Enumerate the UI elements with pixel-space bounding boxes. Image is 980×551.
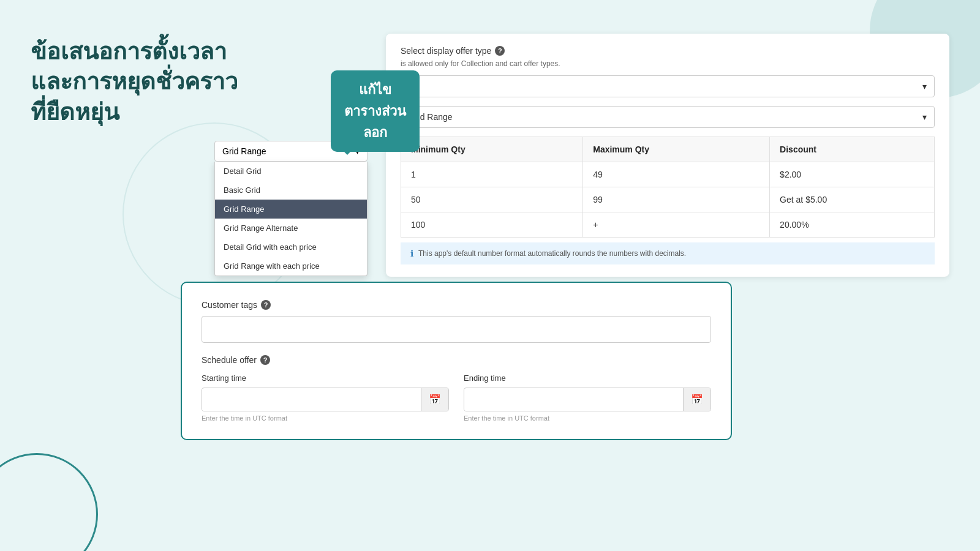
max-qty-3: + [583, 212, 770, 238]
min-qty-2: 50 [401, 187, 583, 212]
schedule-offer-label-row: Schedule offer ? [202, 355, 711, 365]
dropdown-selected-value: Grid Range [222, 146, 266, 156]
table-row: 50 99 Get at $5.00 [401, 187, 935, 212]
min-qty-1: 1 [401, 162, 583, 187]
table-row: 1 49 $2.00 [401, 162, 935, 187]
starting-time-input[interactable] [202, 389, 421, 411]
pricing-grid-table: Minimum Qty Maximum Qty Discount 1 49 $2… [401, 137, 935, 238]
bg-circle-bottom-left [0, 453, 98, 551]
grid-range-select[interactable]: Grid Range ▾ [401, 106, 935, 128]
customer-tags-label-row: Customer tags ? [202, 300, 711, 310]
info-bar: ℹ This app's default number format autom… [401, 242, 935, 264]
min-qty-3: 100 [401, 212, 583, 238]
ending-time-input[interactable] [464, 389, 683, 411]
time-fields: Starting time 📅 Enter the time in UTC fo… [202, 373, 711, 422]
col-header-min-qty: Minimum Qty [401, 137, 583, 162]
customer-tags-input[interactable] [202, 316, 711, 343]
dropdown-item-detail-grid[interactable]: Detail Grid [215, 162, 367, 181]
schedule-panel: Customer tags ? Schedule offer ? Startin… [181, 282, 732, 440]
calendar-icon: 📅 [429, 394, 441, 405]
grid-range-chevron-icon: ▾ [922, 112, 927, 122]
schedule-offer-help-icon[interactable]: ? [260, 355, 270, 365]
dropdown-item-detail-grid-each-price[interactable]: Detail Grid with each price [215, 238, 367, 257]
starting-time-hint: Enter the time in UTC format [202, 414, 449, 422]
dropdown-item-basic-grid[interactable]: Basic Grid [215, 181, 367, 200]
starting-time-input-row: 📅 [202, 388, 449, 411]
title-block: ข้อเสนอการตั้งเวลาและการหยุดชั่วคราวที่ย… [31, 37, 245, 127]
offer-type-select[interactable]: ▾ [401, 75, 935, 97]
customer-tags-label-text: Customer tags [202, 300, 257, 310]
info-bar-icon: ℹ [410, 249, 413, 258]
tooltip-bubble: แก้ไขตารางส่วนลอก [331, 70, 420, 152]
ending-time-group: Ending time 📅 Enter the time in UTC form… [464, 373, 711, 422]
offer-type-label-row: Select display offer type ? [401, 46, 935, 56]
dropdown-item-grid-range[interactable]: Grid Range [215, 200, 367, 219]
col-header-discount: Discount [770, 137, 935, 162]
offer-type-info-text: is allowed only for Collection and cart … [401, 59, 935, 68]
discount-2: Get at $5.00 [770, 187, 935, 212]
ending-time-input-row: 📅 [464, 388, 711, 411]
table-row: 100 + 20.00% [401, 212, 935, 238]
col-header-max-qty: Maximum Qty [583, 137, 770, 162]
main-panel: Select display offer type ? is allowed o… [386, 34, 949, 277]
ending-time-hint: Enter the time in UTC format [464, 414, 711, 422]
page-title: ข้อเสนอการตั้งเวลาและการหยุดชั่วคราวที่ย… [31, 37, 245, 127]
info-bar-text: This app's default number format automat… [418, 249, 686, 258]
calendar-icon: 📅 [691, 394, 703, 405]
customer-tags-help-icon[interactable]: ? [261, 300, 271, 310]
ending-time-label: Ending time [464, 373, 711, 383]
starting-time-calendar-button[interactable]: 📅 [421, 388, 448, 411]
offer-type-chevron-icon: ▾ [922, 81, 927, 91]
dropdown-menu: Detail Grid Basic Grid Grid Range Grid R… [214, 162, 368, 276]
dropdown-item-grid-range-alternate[interactable]: Grid Range Alternate [215, 219, 367, 238]
max-qty-1: 49 [583, 162, 770, 187]
starting-time-label: Starting time [202, 373, 449, 383]
offer-type-help-icon[interactable]: ? [495, 46, 505, 56]
max-qty-2: 99 [583, 187, 770, 212]
dropdown-item-grid-range-each-price[interactable]: Grid Range with each price [215, 257, 367, 276]
ending-time-calendar-button[interactable]: 📅 [683, 388, 710, 411]
grid-type-dropdown-small[interactable]: Grid Range ▾ Detail Grid Basic Grid Grid… [214, 141, 368, 276]
offer-type-label-text: Select display offer type [401, 46, 491, 56]
discount-3: 20.00% [770, 212, 935, 238]
discount-1: $2.00 [770, 162, 935, 187]
starting-time-group: Starting time 📅 Enter the time in UTC fo… [202, 373, 449, 422]
schedule-offer-label-text: Schedule offer [202, 355, 257, 365]
